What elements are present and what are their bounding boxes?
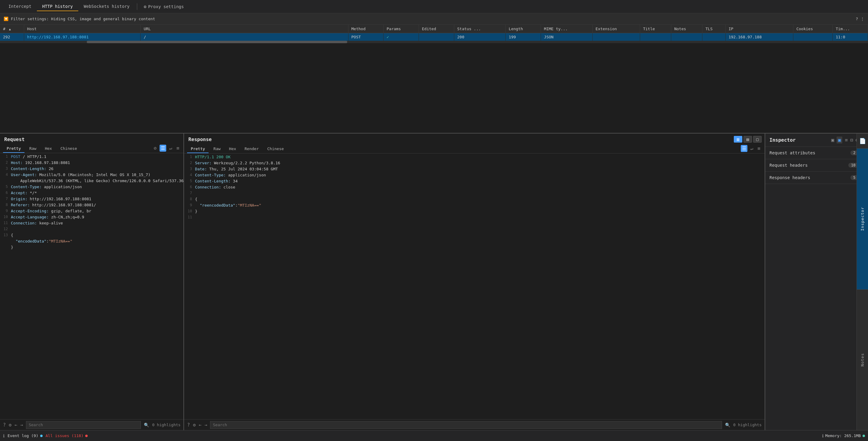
- tab-request-pretty[interactable]: Pretty: [3, 145, 25, 153]
- filter-text: Filter settings: Hiding CSS, image and g…: [11, 16, 155, 21]
- tab-response-hex[interactable]: Hex: [225, 145, 240, 153]
- col-num[interactable]: # ▲: [0, 25, 24, 33]
- tab-request-raw[interactable]: Raw: [26, 145, 40, 153]
- tab-request-hex[interactable]: Hex: [41, 145, 55, 153]
- more-icon[interactable]: ⋮: [861, 16, 864, 21]
- filter-icon: 🔽: [4, 16, 8, 21]
- all-issues-status[interactable]: All issues (118): [45, 434, 88, 438]
- code-line: 2 Host: 192.168.97.188:8081: [0, 160, 183, 166]
- list-icon[interactable]: ☰: [160, 145, 166, 151]
- col-url[interactable]: URL: [141, 25, 348, 33]
- tab-proxy-settings[interactable]: ⚙ Proxy settings: [139, 2, 189, 11]
- split-vertical-icon[interactable]: ▤: [743, 136, 752, 143]
- forward-icon[interactable]: →: [204, 422, 207, 428]
- cell-method: POST: [348, 33, 383, 41]
- event-log-status[interactable]: Event log (9): [7, 434, 42, 438]
- table-row[interactable]: 292 http://192.168.97.188:8081 / POST ✓ …: [0, 33, 868, 41]
- help-icon[interactable]: ?: [856, 16, 858, 21]
- request-title: Request: [0, 134, 183, 143]
- inspector-adjust-icon[interactable]: ⊟: [850, 137, 853, 143]
- notes-vertical-label: Notes: [858, 349, 867, 371]
- col-params[interactable]: Params: [383, 25, 419, 33]
- col-notes[interactable]: Notes: [671, 25, 702, 33]
- indent-icon[interactable]: ↵: [749, 145, 755, 152]
- help-icon[interactable]: ?: [3, 422, 6, 428]
- tab-response-raw[interactable]: Raw: [210, 145, 224, 153]
- event-log-text: Event log (9): [7, 434, 38, 438]
- col-cookies[interactable]: Cookies: [793, 25, 832, 33]
- code-line: 4 User-Agent: Mozilla/5.0 (Macintosh; In…: [0, 172, 183, 178]
- settings-icon[interactable]: ⚙: [9, 422, 11, 428]
- response-title: Response: [184, 134, 216, 143]
- tab-response-render[interactable]: Render: [241, 145, 262, 153]
- back-icon[interactable]: ←: [14, 422, 17, 428]
- tab-response-pretty[interactable]: Pretty: [187, 145, 209, 153]
- inspector-section-header-request-headers[interactable]: Request headers 10 ⌄: [765, 159, 868, 171]
- col-method[interactable]: Method: [348, 25, 383, 33]
- memory-icon: ℹ: [822, 434, 824, 438]
- col-ip[interactable]: IP: [725, 25, 793, 33]
- no-wrap-icon[interactable]: ⊘: [152, 145, 158, 151]
- indent-icon[interactable]: ↵: [168, 145, 174, 151]
- inspector-vertical-label: Inspector: [858, 203, 867, 235]
- inspector-header: Inspector ▣ ▣ ≡ ⊟ ⚙ ✕: [765, 134, 868, 147]
- back-icon[interactable]: ←: [198, 422, 201, 428]
- more-options-icon[interactable]: ≡: [756, 145, 762, 152]
- col-status[interactable]: Status ...: [454, 25, 506, 33]
- col-length[interactable]: Length: [506, 25, 541, 33]
- inspector-align-icon[interactable]: ≡: [845, 137, 848, 143]
- tab-websockets-history[interactable]: WebSockets history: [78, 2, 135, 11]
- list-icon[interactable]: ☰: [741, 145, 747, 152]
- notes-vertical-tab[interactable]: Notes: [857, 290, 868, 431]
- tab-response-chinese[interactable]: Chinese: [264, 145, 287, 153]
- col-time[interactable]: Tim...: [833, 25, 868, 33]
- horizontal-scrollbar[interactable]: [0, 41, 868, 43]
- inspector-section-request-attributes: Request attributes 2 ⌄: [765, 147, 868, 159]
- request-search-input[interactable]: [26, 421, 141, 429]
- inspector-vertical-tab[interactable]: Inspector: [857, 148, 868, 290]
- inspector-view-icon-1[interactable]: ▣: [831, 137, 834, 143]
- settings-icon[interactable]: ⚙: [193, 422, 195, 428]
- inspector-view-icon-2[interactable]: ▣: [837, 137, 843, 143]
- more-options-icon[interactable]: ≡: [175, 145, 181, 151]
- code-line: 5 Content-Type: application/json: [0, 184, 183, 191]
- col-host[interactable]: Host: [24, 25, 141, 33]
- search-icon: 🔍: [144, 422, 149, 428]
- table-header-row: # ▲ Host URL Method Params Edited Status…: [0, 25, 868, 33]
- help-icon[interactable]: ?: [187, 422, 190, 428]
- forward-icon[interactable]: →: [20, 422, 23, 428]
- inspector-section-header-request-attributes[interactable]: Request attributes 2 ⌄: [765, 147, 868, 159]
- event-log-dot: [40, 435, 42, 437]
- inspector-section-request-headers: Request headers 10 ⌄: [765, 159, 868, 172]
- col-extension[interactable]: Extension: [592, 25, 640, 33]
- code-line: 3 Date: Thu, 25 Jul 2024 03:04:58 GMT: [184, 167, 765, 173]
- split-horizontal-icon[interactable]: ▥: [734, 136, 742, 143]
- single-view-icon[interactable]: ▢: [753, 136, 762, 143]
- inspector-section-response-headers: Response headers 5 ⌄: [765, 172, 868, 184]
- tab-intercept[interactable]: Intercept: [3, 2, 37, 11]
- col-title[interactable]: Title: [640, 25, 671, 33]
- http-history-table: # ▲ Host URL Method Params Edited Status…: [0, 25, 868, 41]
- notes-icon-button[interactable]: 📄: [857, 134, 868, 148]
- col-tls[interactable]: TLS: [702, 25, 725, 33]
- inspector-section-header-response-headers[interactable]: Response headers 5 ⌄: [765, 172, 868, 184]
- tab-request-chinese[interactable]: Chinese: [57, 145, 81, 153]
- col-edited[interactable]: Edited: [419, 25, 454, 33]
- code-line: 8 Referer: http://192.168.97.188:8081/: [0, 203, 183, 209]
- document-icon: 📄: [859, 138, 866, 144]
- response-panel: Response ▥ ▤ ▢ Pretty Raw Hex Render Chi…: [184, 134, 765, 430]
- response-code-content: 1 HTTP/1.1 200 OK 2 Server: Werkzeug/2.2…: [184, 154, 765, 419]
- code-line: 12: [0, 227, 183, 233]
- code-line: "encodedData":"MTIzNA==": [0, 239, 183, 245]
- cell-title: [640, 33, 671, 41]
- tab-http-history[interactable]: HTTP history: [37, 2, 78, 11]
- search-icon: 🔍: [725, 422, 730, 428]
- main-split: Request Pretty Raw Hex Chinese ⊘ ☰ ↵ ≡ 1…: [0, 134, 868, 430]
- col-mime[interactable]: MIME ty...: [541, 25, 593, 33]
- request-panel: Request Pretty Raw Hex Chinese ⊘ ☰ ↵ ≡ 1…: [0, 134, 184, 430]
- response-search-input[interactable]: [210, 421, 722, 429]
- request-bottom-bar: ? ⚙ ← → 🔍 0 highlights: [0, 419, 183, 430]
- info-icon: ℹ: [3, 434, 4, 438]
- code-line: 6 Accept: */*: [0, 191, 183, 197]
- memory-dot: [863, 435, 865, 437]
